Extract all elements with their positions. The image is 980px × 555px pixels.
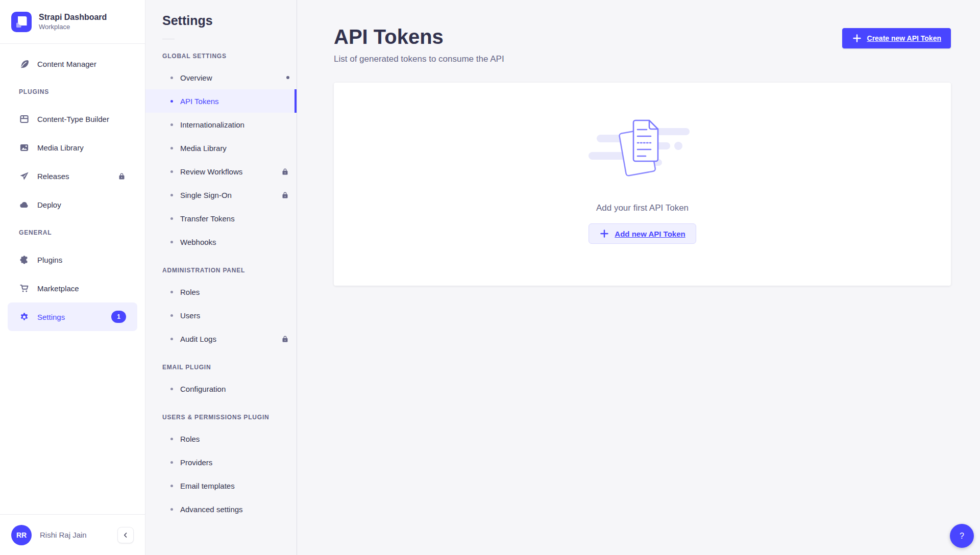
subnav-item-api-tokens[interactable]: API Tokens [145, 89, 297, 113]
bullet-icon [170, 170, 173, 173]
content-type-builder-icon [19, 114, 29, 124]
workspace-brand[interactable]: Strapi Dashboard Workplace [0, 0, 145, 44]
settings-icon [19, 312, 29, 322]
subnav-item-providers[interactable]: Providers [145, 450, 297, 474]
subnav-item-single-sign-on[interactable]: Single Sign-On [145, 183, 297, 207]
subnav-item-roles-up[interactable]: Roles [145, 427, 297, 450]
nav-section-plugins: PLUGINS [0, 88, 145, 95]
bullet-icon [170, 388, 173, 390]
subnav-item-label: Transfer Tokens [180, 214, 235, 223]
subnav-item-label: Single Sign-On [180, 191, 232, 199]
nav-item-label: Releases [37, 172, 109, 181]
subnav-item-label: Audit Logs [180, 335, 216, 343]
create-new-api-token-button[interactable]: Create new API Token [842, 28, 951, 48]
bullet-icon [170, 461, 173, 464]
nav-item-label: Deploy [37, 200, 126, 209]
subnav-item-label: Internationalization [180, 120, 244, 129]
bullet-icon [170, 194, 173, 196]
subnav-item-configuration[interactable]: Configuration [145, 377, 297, 400]
brand-texts: Strapi Dashboard Workplace [39, 13, 107, 31]
bullet-icon [170, 77, 173, 79]
lock-icon [281, 167, 289, 176]
divider [162, 39, 175, 39]
nav-item-label: Content Manager [37, 60, 126, 68]
bullet-icon [170, 100, 173, 103]
add-new-api-token-button[interactable]: Add new API Token [589, 223, 696, 244]
bullet-icon [170, 217, 173, 220]
content-manager-icon [19, 59, 29, 69]
subnav-item-label: Advanced settings [180, 505, 243, 514]
main-nav-list: Content Manager PLUGINS Content-Type Bui… [0, 44, 145, 331]
subnav-item-label: Overview [180, 73, 212, 82]
subnav-item-overview[interactable]: Overview [145, 66, 297, 89]
subnav-item-label: Webhooks [180, 238, 216, 246]
user-name: Rishi Raj Jain [40, 531, 109, 539]
bullet-icon [170, 291, 173, 293]
main-content: API Tokens List of generated tokens to c… [297, 0, 980, 555]
bullet-icon [170, 241, 173, 243]
subnav-item-label: Media Library [180, 144, 227, 153]
subnav-item-advanced-settings[interactable]: Advanced settings [145, 497, 297, 521]
nav-item-plugins[interactable]: Plugins [8, 245, 137, 274]
create-button-label: Create new API Token [867, 34, 941, 42]
nav-item-label: Marketplace [37, 284, 126, 293]
user-avatar: RR [11, 525, 32, 545]
plus-icon [852, 33, 862, 43]
releases-icon [19, 171, 29, 181]
media-library-icon [19, 142, 29, 153]
nav-item-deploy[interactable]: Deploy [8, 190, 137, 219]
nav-section-general: GENERAL [0, 229, 145, 236]
settings-sub-sidebar: Settings GLOBAL SETTINGS Overview API To… [145, 0, 297, 555]
strapi-dashboard-app: Strapi Dashboard Workplace Content Manag… [0, 0, 980, 555]
marketplace-icon [19, 283, 29, 293]
subnav-item-label: Roles [180, 435, 200, 443]
subnav-item-label: Users [180, 311, 200, 320]
nav-item-content-type-builder[interactable]: Content-Type Builder [8, 105, 137, 133]
subnav-item-webhooks[interactable]: Webhooks [145, 230, 297, 254]
subnav-item-email-templates[interactable]: Email templates [145, 474, 297, 497]
nav-item-media-library[interactable]: Media Library [8, 133, 137, 162]
nav-item-marketplace[interactable]: Marketplace [8, 274, 137, 302]
subnav-section-email-plugin: EMAIL PLUGIN [145, 364, 297, 371]
lock-icon [281, 335, 289, 343]
nav-item-content-manager[interactable]: Content Manager [8, 49, 137, 78]
lock-icon [281, 191, 289, 199]
page-subtitle: List of generated tokens to consume the … [334, 54, 951, 64]
bullet-icon [170, 338, 173, 340]
subnav-item-media-library[interactable]: Media Library [145, 136, 297, 160]
nav-item-label: Content-Type Builder [37, 115, 126, 123]
bullet-icon [170, 508, 173, 511]
plugins-icon [19, 255, 29, 265]
subnav-item-label: Review Workflows [180, 167, 242, 176]
bullet-icon [170, 123, 173, 126]
subnav-section-administration-panel: ADMINISTRATION PANEL [145, 267, 297, 274]
subnav-item-label: Configuration [180, 385, 226, 393]
workspace-subtitle: Workplace [39, 23, 107, 31]
chevron-left-icon [122, 532, 129, 539]
lock-icon [117, 172, 126, 181]
nav-item-releases[interactable]: Releases [8, 162, 137, 190]
collapse-sidebar-button[interactable] [117, 527, 134, 543]
nav-item-settings[interactable]: Settings 1 [8, 302, 137, 331]
subnav-title: Settings [145, 13, 297, 28]
api-tokens-empty-card: Add your first API Token Add new API Tok… [334, 83, 951, 286]
subnav-item-label: Email templates [180, 482, 235, 490]
subnav-item-roles-admin[interactable]: Roles [145, 280, 297, 304]
nav-item-label: Media Library [37, 143, 126, 152]
subnav-item-label: Providers [180, 458, 212, 467]
deploy-icon [19, 199, 29, 210]
subnav-item-label: API Tokens [180, 97, 219, 106]
documents-illustration [589, 114, 697, 191]
subnav-item-transfer-tokens[interactable]: Transfer Tokens [145, 207, 297, 230]
subnav-item-users[interactable]: Users [145, 304, 297, 327]
subnav-section-users-permissions-plugin: USERS & PERMISSIONS PLUGIN [145, 414, 297, 421]
help-button-label: ? [960, 532, 964, 541]
subnav-item-review-workflows[interactable]: Review Workflows [145, 160, 297, 183]
settings-notification-badge: 1 [111, 311, 126, 323]
nav-item-label: Settings [37, 313, 103, 321]
help-button[interactable]: ? [950, 524, 974, 548]
subnav-item-internationalization[interactable]: Internationalization [145, 113, 297, 136]
empty-state-message: Add your first API Token [596, 203, 689, 213]
bullet-icon [170, 314, 173, 317]
subnav-item-audit-logs[interactable]: Audit Logs [145, 327, 297, 350]
